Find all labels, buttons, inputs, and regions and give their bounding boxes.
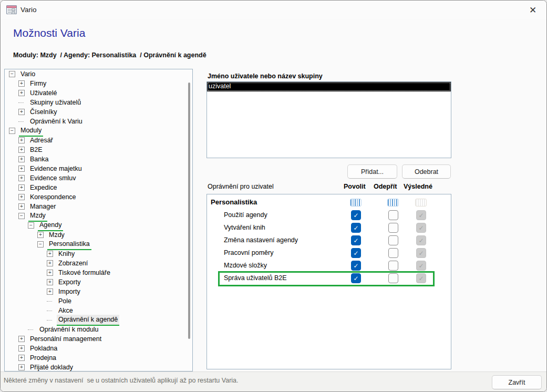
tree-item[interactable]: −Moduly	[5, 126, 192, 136]
expand-icon[interactable]: +	[18, 147, 25, 153]
expand-icon[interactable]: +	[18, 137, 25, 143]
tree-item-label[interactable]: Tiskové formuláře	[57, 268, 112, 278]
tree-item-label[interactable]: Oprávnění k agendě	[57, 315, 119, 326]
tree-scrollbar[interactable]	[188, 82, 190, 339]
tree-item[interactable]: Pole	[5, 296, 192, 306]
close-icon[interactable]: ✕	[527, 4, 539, 17]
expand-icon[interactable]: +	[47, 270, 53, 276]
tree-item-label[interactable]: Moduly	[19, 126, 43, 137]
tree-item-label[interactable]: Přijaté doklady	[28, 363, 75, 372]
expand-icon[interactable]: +	[18, 166, 25, 172]
stack-checkboxes-blue-icon[interactable]	[387, 199, 399, 207]
users-listbox[interactable]: uzivatel	[207, 81, 451, 158]
tree-item[interactable]: +Firmy	[5, 79, 192, 88]
tree-item[interactable]: +Importy	[5, 287, 192, 296]
tree-item[interactable]: +Banka	[5, 154, 192, 164]
tree-item-label[interactable]: Uživatelé	[28, 88, 58, 98]
tree-item[interactable]: +B2E	[5, 145, 192, 154]
tree-item[interactable]: +Evidence smluv	[5, 173, 192, 183]
collapse-icon[interactable]: −	[37, 241, 44, 247]
deny-checkbox[interactable]	[388, 273, 398, 283]
tree-item-label[interactable]: Pole	[57, 296, 73, 306]
tree-item-label[interactable]: Pokladna	[28, 344, 59, 354]
expand-icon[interactable]: +	[18, 156, 25, 162]
tree-item[interactable]: Oprávnění k agendě	[5, 315, 192, 325]
deny-checkbox[interactable]	[388, 248, 398, 258]
tree-item-label[interactable]: Importy	[57, 287, 82, 297]
tree-item[interactable]: +Adresář	[5, 136, 192, 145]
tree-item-label[interactable]: Banka	[28, 154, 50, 164]
tree-item-label[interactable]: Číselníky	[28, 107, 58, 117]
expand-icon[interactable]: +	[18, 355, 25, 361]
tree-item[interactable]: +Zobrazení	[5, 259, 192, 268]
collapse-icon[interactable]: −	[9, 128, 15, 134]
expand-icon[interactable]: +	[47, 279, 53, 285]
expand-icon[interactable]: +	[18, 90, 25, 96]
tree-item-label[interactable]: Personalistika	[47, 239, 91, 250]
tree-item[interactable]: −Vario	[5, 69, 192, 79]
tree-item[interactable]: +Expedice	[5, 183, 192, 192]
tree-item-label[interactable]: Skupiny uživatelů	[28, 98, 82, 108]
expand-icon[interactable]: +	[18, 175, 25, 181]
add-user-button[interactable]: Přidat...	[347, 164, 397, 179]
tree-item-label[interactable]: Zobrazení	[57, 259, 89, 269]
deny-checkbox[interactable]	[388, 235, 398, 245]
expand-icon[interactable]: +	[18, 364, 25, 370]
allow-checkbox[interactable]: ✓	[351, 248, 361, 258]
expand-icon[interactable]: +	[47, 288, 53, 295]
tree-item[interactable]: Oprávnění k modulu	[5, 325, 192, 334]
tree-item[interactable]: +Mzdy	[5, 230, 192, 240]
tree-item[interactable]: +Evidence majetku	[5, 164, 192, 173]
tree-item[interactable]: −Mzdy	[5, 211, 192, 221]
tree-item-label[interactable]: Oprávnění k modulu	[38, 325, 100, 335]
expand-icon[interactable]: +	[18, 345, 25, 352]
tree-item-label[interactable]: Agendy	[38, 220, 63, 231]
tree-item[interactable]: +Číselníky	[5, 107, 192, 117]
expand-icon[interactable]: +	[37, 232, 44, 238]
expand-icon[interactable]: +	[18, 336, 25, 342]
stack-checkboxes-blue-icon[interactable]	[350, 199, 362, 207]
tree-item[interactable]: Skupiny uživatelů	[5, 98, 192, 107]
collapse-icon[interactable]: −	[18, 213, 25, 219]
allow-checkbox[interactable]: ✓	[351, 223, 361, 233]
expand-icon[interactable]: +	[18, 203, 25, 210]
allow-checkbox[interactable]: ✓	[351, 210, 361, 220]
deny-checkbox[interactable]	[388, 210, 398, 220]
tree-item[interactable]: +Manager	[5, 202, 192, 211]
deny-checkbox[interactable]	[388, 261, 398, 271]
tree-item-label[interactable]: Vario	[19, 69, 37, 79]
tree-item-label[interactable]: Prodejna	[28, 353, 58, 363]
tree-item[interactable]: Akce	[5, 306, 192, 315]
expand-icon[interactable]: +	[18, 109, 25, 115]
tree-item[interactable]: −Personalistika	[5, 240, 192, 249]
tree-item-label[interactable]: Exporty	[57, 277, 82, 287]
remove-user-button[interactable]: Odebrat	[402, 164, 451, 179]
tree-item[interactable]: +Uživatelé	[5, 88, 192, 98]
expand-icon[interactable]: +	[18, 194, 25, 200]
tree-item-label[interactable]: Evidence majetku	[28, 164, 84, 174]
expand-icon[interactable]: +	[18, 184, 25, 191]
tree-item-label[interactable]: Personální management	[28, 334, 103, 344]
tree-item[interactable]: +Pokladna	[5, 344, 192, 353]
tree-item[interactable]: +Prodejna	[5, 353, 192, 363]
tree-item-label[interactable]: Knihy	[57, 249, 76, 259]
expand-icon[interactable]: +	[47, 260, 53, 266]
tree-item[interactable]: +Personální management	[5, 334, 192, 344]
tree-item-label[interactable]: Adresář	[28, 136, 55, 146]
tree-item-label[interactable]: B2E	[28, 145, 44, 155]
tree-item[interactable]: +Knihy	[5, 249, 192, 259]
expand-icon[interactable]: +	[47, 251, 53, 257]
close-dialog-button[interactable]: Zavřít	[492, 375, 542, 389]
tree-item-label[interactable]: Expedice	[28, 183, 58, 193]
tree-item[interactable]: +Tiskové formuláře	[5, 268, 192, 277]
deny-checkbox[interactable]	[388, 223, 398, 233]
tree-item-label[interactable]: Firmy	[28, 79, 48, 89]
user-list-item[interactable]: uzivatel	[207, 82, 451, 91]
tree-item[interactable]: Oprávnění k Variu	[5, 117, 192, 126]
tree-item[interactable]: +Exporty	[5, 277, 192, 287]
tree-item-label[interactable]: Korespondence	[28, 192, 78, 202]
tree-item[interactable]: −Agendy	[5, 221, 192, 230]
tree-item[interactable]: +Korespondence	[5, 192, 192, 202]
stack-checkboxes-gray-icon[interactable]	[415, 199, 427, 207]
tree-item-label[interactable]: Evidence smluv	[28, 173, 78, 183]
